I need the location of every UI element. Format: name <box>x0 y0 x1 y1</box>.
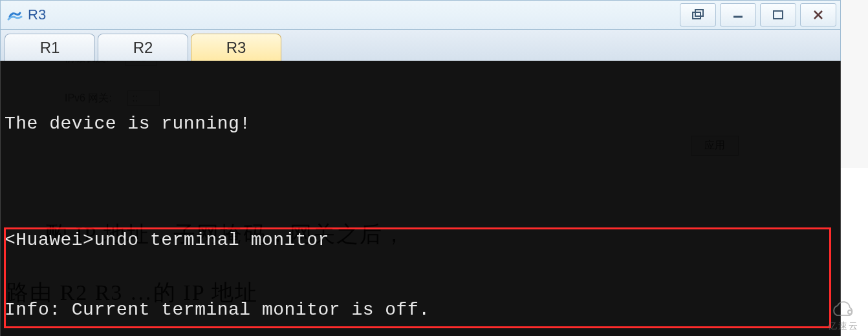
tab-r3[interactable]: R3 <box>191 34 281 61</box>
terminal-line: Info: Current terminal monitor is off. <box>5 299 838 322</box>
tab-label: R3 <box>226 39 246 57</box>
app-icon <box>7 8 23 22</box>
tab-r2[interactable]: R2 <box>98 34 188 61</box>
window-maximize-button[interactable] <box>760 3 796 26</box>
svg-rect-3 <box>774 11 783 19</box>
tab-strip: R1 R2 R3 <box>0 30 841 61</box>
watermark: 亿速云 <box>828 301 859 332</box>
svg-point-6 <box>848 310 852 314</box>
watermark-text: 亿速云 <box>828 320 859 332</box>
window-title: R3 <box>28 6 46 23</box>
window-undock-button[interactable] <box>680 3 716 26</box>
terminal-output[interactable]: The device is running! <Huawei>undo term… <box>0 61 841 336</box>
titlebar: R3 <box>0 0 841 30</box>
app-window: R3 <box>0 0 841 336</box>
window-minimize-button[interactable] <box>720 3 756 26</box>
tab-r1[interactable]: R1 <box>5 34 95 61</box>
window-close-button[interactable] <box>800 3 836 26</box>
tab-label: R2 <box>133 39 153 57</box>
cloud-icon <box>829 301 858 319</box>
terminal-line: <Huawei>undo terminal monitor <box>5 229 838 252</box>
terminal-line: The device is running! <box>5 112 838 136</box>
tab-label: R1 <box>40 39 60 57</box>
window-controls <box>680 3 840 26</box>
